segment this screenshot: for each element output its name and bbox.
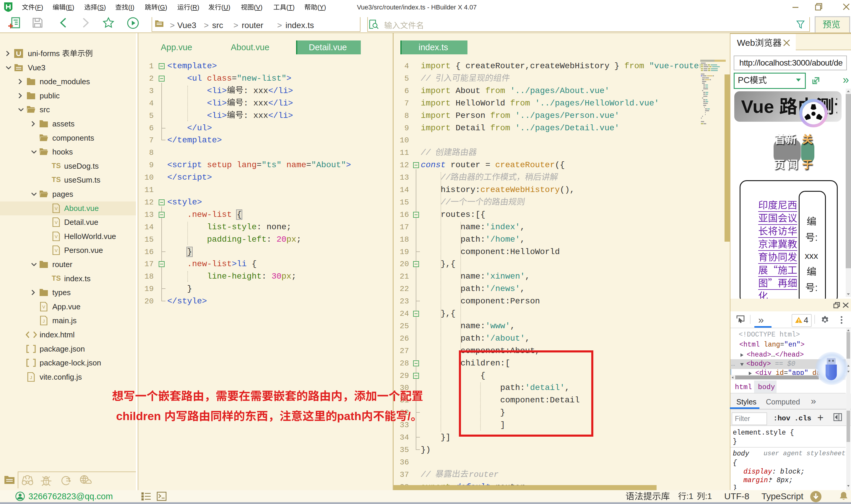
svg-text:V: V bbox=[55, 234, 58, 239]
svg-text:J: J bbox=[30, 375, 32, 380]
svg-text:J: J bbox=[43, 319, 45, 324]
svg-text:V: V bbox=[42, 304, 45, 309]
svg-text:V: V bbox=[55, 220, 58, 225]
svg-text:V: V bbox=[55, 248, 58, 253]
svg-text:V: V bbox=[55, 206, 58, 211]
